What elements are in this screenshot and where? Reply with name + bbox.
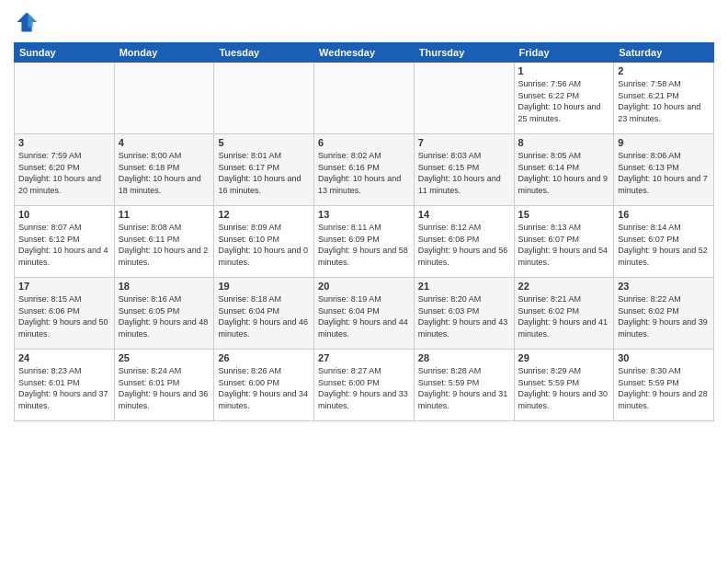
calendar-cell: 5Sunrise: 8:01 AM Sunset: 6:17 PM Daylig…: [214, 134, 314, 206]
day-number: 29: [518, 352, 610, 363]
calendar-cell: [214, 63, 314, 134]
weekday-header-thursday: Thursday: [414, 43, 514, 63]
day-number: 7: [418, 137, 510, 148]
calendar-cell: 4Sunrise: 8:00 AM Sunset: 6:18 PM Daylig…: [114, 134, 214, 206]
weekday-header-friday: Friday: [514, 43, 614, 63]
svg-marker-1: [28, 13, 38, 28]
day-info: Sunrise: 8:07 AM Sunset: 6:12 PM Dayligh…: [18, 222, 110, 268]
weekday-header-tuesday: Tuesday: [214, 43, 314, 63]
day-info: Sunrise: 8:18 AM Sunset: 6:04 PM Dayligh…: [218, 293, 310, 339]
day-info: Sunrise: 8:14 AM Sunset: 6:07 PM Dayligh…: [618, 222, 710, 268]
day-number: 14: [418, 209, 510, 220]
day-number: 10: [18, 209, 110, 220]
day-number: 17: [18, 281, 110, 292]
calendar-cell: 14Sunrise: 8:12 AM Sunset: 6:08 PM Dayli…: [414, 206, 514, 278]
calendar-cell: [114, 63, 214, 134]
day-info: Sunrise: 8:13 AM Sunset: 6:07 PM Dayligh…: [518, 222, 610, 268]
day-number: 27: [318, 352, 410, 363]
calendar-cell: 25Sunrise: 8:24 AM Sunset: 6:01 PM Dayli…: [114, 350, 214, 421]
calendar-cell: 13Sunrise: 8:11 AM Sunset: 6:09 PM Dayli…: [314, 206, 415, 278]
header: [14, 9, 714, 35]
day-number: 20: [318, 281, 410, 292]
day-number: 19: [218, 281, 310, 292]
calendar-cell: 15Sunrise: 8:13 AM Sunset: 6:07 PM Dayli…: [514, 206, 614, 278]
calendar-cell: 18Sunrise: 8:16 AM Sunset: 6:05 PM Dayli…: [114, 278, 214, 350]
day-number: 15: [518, 209, 610, 220]
day-info: Sunrise: 8:22 AM Sunset: 6:02 PM Dayligh…: [618, 293, 710, 339]
day-number: 1: [518, 65, 610, 76]
day-number: 8: [518, 137, 610, 148]
day-number: 9: [618, 137, 710, 148]
week-row-5: 24Sunrise: 8:23 AM Sunset: 6:01 PM Dayli…: [15, 350, 714, 421]
weekday-header-monday: Monday: [114, 43, 214, 63]
day-number: 16: [618, 209, 710, 220]
calendar-cell: 9Sunrise: 8:06 AM Sunset: 6:13 PM Daylig…: [614, 134, 714, 206]
weekday-header-wednesday: Wednesday: [314, 43, 415, 63]
calendar-cell: 3Sunrise: 7:59 AM Sunset: 6:20 PM Daylig…: [15, 134, 115, 206]
calendar-cell: 10Sunrise: 8:07 AM Sunset: 6:12 PM Dayli…: [15, 206, 115, 278]
day-info: Sunrise: 7:59 AM Sunset: 6:20 PM Dayligh…: [18, 150, 110, 196]
day-number: 13: [318, 209, 410, 220]
calendar-cell: 29Sunrise: 8:29 AM Sunset: 5:59 PM Dayli…: [514, 350, 614, 421]
day-info: Sunrise: 8:26 AM Sunset: 6:00 PM Dayligh…: [218, 365, 310, 411]
week-row-1: 1Sunrise: 7:56 AM Sunset: 6:22 PM Daylig…: [15, 63, 714, 134]
day-info: Sunrise: 8:27 AM Sunset: 6:00 PM Dayligh…: [318, 365, 410, 411]
calendar-cell: 22Sunrise: 8:21 AM Sunset: 6:02 PM Dayli…: [514, 278, 614, 350]
day-info: Sunrise: 8:01 AM Sunset: 6:17 PM Dayligh…: [218, 150, 310, 196]
day-number: 5: [218, 137, 310, 148]
weekday-header-saturday: Saturday: [614, 43, 714, 63]
calendar-cell: 6Sunrise: 8:02 AM Sunset: 6:16 PM Daylig…: [314, 134, 415, 206]
day-info: Sunrise: 7:58 AM Sunset: 6:21 PM Dayligh…: [618, 78, 710, 124]
day-info: Sunrise: 8:11 AM Sunset: 6:09 PM Dayligh…: [318, 222, 410, 268]
calendar-cell: 23Sunrise: 8:22 AM Sunset: 6:02 PM Dayli…: [614, 278, 714, 350]
calendar-cell: 19Sunrise: 8:18 AM Sunset: 6:04 PM Dayli…: [214, 278, 314, 350]
day-info: Sunrise: 8:05 AM Sunset: 6:14 PM Dayligh…: [518, 150, 610, 196]
calendar-cell: 20Sunrise: 8:19 AM Sunset: 6:04 PM Dayli…: [314, 278, 415, 350]
calendar-cell: 30Sunrise: 8:30 AM Sunset: 5:59 PM Dayli…: [614, 350, 714, 421]
logo-icon: [14, 9, 40, 35]
calendar-cell: 26Sunrise: 8:26 AM Sunset: 6:00 PM Dayli…: [214, 350, 314, 421]
page: SundayMondayTuesdayWednesdayThursdayFrid…: [0, 0, 728, 563]
day-number: 11: [119, 209, 210, 220]
day-number: 6: [318, 137, 410, 148]
calendar-cell: 24Sunrise: 8:23 AM Sunset: 6:01 PM Dayli…: [15, 350, 115, 421]
day-info: Sunrise: 8:12 AM Sunset: 6:08 PM Dayligh…: [418, 222, 510, 268]
day-info: Sunrise: 7:56 AM Sunset: 6:22 PM Dayligh…: [518, 78, 610, 124]
day-number: 24: [18, 352, 110, 363]
calendar-cell: [15, 63, 115, 134]
calendar-cell: 28Sunrise: 8:28 AM Sunset: 5:59 PM Dayli…: [414, 350, 514, 421]
calendar-cell: 1Sunrise: 7:56 AM Sunset: 6:22 PM Daylig…: [514, 63, 614, 134]
day-info: Sunrise: 8:00 AM Sunset: 6:18 PM Dayligh…: [119, 150, 210, 196]
day-number: 3: [18, 137, 110, 148]
calendar-cell: 12Sunrise: 8:09 AM Sunset: 6:10 PM Dayli…: [214, 206, 314, 278]
day-info: Sunrise: 8:16 AM Sunset: 6:05 PM Dayligh…: [119, 293, 210, 339]
day-info: Sunrise: 8:28 AM Sunset: 5:59 PM Dayligh…: [418, 365, 510, 411]
day-number: 22: [518, 281, 610, 292]
calendar-cell: [414, 63, 514, 134]
day-info: Sunrise: 8:08 AM Sunset: 6:11 PM Dayligh…: [119, 222, 210, 268]
calendar-cell: 2Sunrise: 7:58 AM Sunset: 6:21 PM Daylig…: [614, 63, 714, 134]
calendar-cell: 17Sunrise: 8:15 AM Sunset: 6:06 PM Dayli…: [15, 278, 115, 350]
day-info: Sunrise: 8:24 AM Sunset: 6:01 PM Dayligh…: [119, 365, 210, 411]
day-number: 18: [119, 281, 210, 292]
day-info: Sunrise: 8:30 AM Sunset: 5:59 PM Dayligh…: [618, 365, 710, 411]
calendar-cell: [314, 63, 415, 134]
calendar-cell: 8Sunrise: 8:05 AM Sunset: 6:14 PM Daylig…: [514, 134, 614, 206]
week-row-3: 10Sunrise: 8:07 AM Sunset: 6:12 PM Dayli…: [15, 206, 714, 278]
day-info: Sunrise: 8:20 AM Sunset: 6:03 PM Dayligh…: [418, 293, 510, 339]
day-number: 26: [218, 352, 310, 363]
day-info: Sunrise: 8:09 AM Sunset: 6:10 PM Dayligh…: [218, 222, 310, 268]
day-info: Sunrise: 8:06 AM Sunset: 6:13 PM Dayligh…: [618, 150, 710, 196]
week-row-2: 3Sunrise: 7:59 AM Sunset: 6:20 PM Daylig…: [15, 134, 714, 206]
day-number: 4: [119, 137, 210, 148]
weekday-header-sunday: Sunday: [15, 43, 115, 63]
calendar-cell: 7Sunrise: 8:03 AM Sunset: 6:15 PM Daylig…: [414, 134, 514, 206]
day-number: 21: [418, 281, 510, 292]
week-row-4: 17Sunrise: 8:15 AM Sunset: 6:06 PM Dayli…: [15, 278, 714, 350]
day-info: Sunrise: 8:03 AM Sunset: 6:15 PM Dayligh…: [418, 150, 510, 196]
day-number: 2: [618, 65, 710, 76]
calendar-cell: 16Sunrise: 8:14 AM Sunset: 6:07 PM Dayli…: [614, 206, 714, 278]
day-number: 25: [119, 352, 210, 363]
calendar-cell: 11Sunrise: 8:08 AM Sunset: 6:11 PM Dayli…: [114, 206, 214, 278]
calendar: SundayMondayTuesdayWednesdayThursdayFrid…: [14, 42, 714, 421]
